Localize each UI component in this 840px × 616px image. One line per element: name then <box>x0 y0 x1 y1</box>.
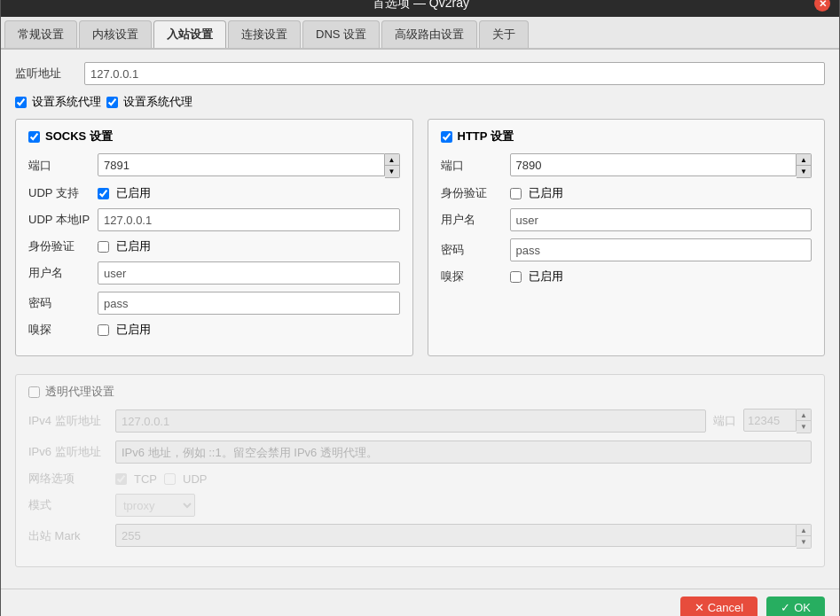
socks-port-row: 端口 ▲ ▼ <box>28 153 400 178</box>
socks-port-label: 端口 <box>28 158 90 174</box>
http-title: HTTP 设置 <box>441 129 813 144</box>
socks-auth-label: 身份验证 <box>28 238 90 254</box>
http-sniff-checkbox[interactable] <box>510 271 522 283</box>
ok-icon: ✓ <box>781 601 790 614</box>
socks-port-down[interactable]: ▼ <box>385 166 399 177</box>
transparent-port-label: 端口 <box>713 413 736 429</box>
system-proxy-checkbox2[interactable] <box>106 97 118 108</box>
http-password-label: 密码 <box>441 242 503 258</box>
http-port-spinner-btns: ▲ ▼ <box>797 153 812 178</box>
socks-auth-row: 身份验证 已启用 <box>28 238 400 254</box>
http-port-label: 端口 <box>441 158 503 174</box>
socks-udp-label: UDP 支持 <box>28 185 90 201</box>
socks-port-up[interactable]: ▲ <box>385 154 399 166</box>
http-auth-row: 身份验证 已启用 <box>441 185 813 201</box>
http-port-row: 端口 ▲ ▼ <box>441 153 813 178</box>
listen-address-row: 监听地址 <box>15 62 825 85</box>
socks-auth-checkbox[interactable] <box>98 241 109 253</box>
transparent-outbound-down[interactable]: ▼ <box>797 536 811 548</box>
socks-section: SOCKS 设置 端口 ▲ ▼ UDP 支持 <box>15 119 413 356</box>
http-password-input[interactable] <box>510 238 813 261</box>
socks-udp-status: 已启用 <box>116 185 151 201</box>
socks-sniff-checkbox[interactable] <box>98 324 109 336</box>
transparent-ipv6-row: IPv6 监听地址 <box>28 441 812 464</box>
transparent-port-spinner: ▲ ▼ <box>743 409 812 433</box>
listen-address-label: 监听地址 <box>15 66 77 82</box>
main-window: 首选项 — Qv2ray ✕ 常规设置 内核设置 入站设置 连接设置 DNS 设… <box>0 0 840 616</box>
socks-port-spinner: ▲ ▼ <box>98 153 400 178</box>
socks-username-label: 用户名 <box>28 265 90 281</box>
listen-address-input[interactable] <box>84 62 825 85</box>
socks-udp-ip-row: UDP 本地IP <box>28 208 400 231</box>
system-proxy-row: 设置系统代理 设置系统代理 <box>15 94 825 110</box>
tab-dns[interactable]: DNS 设置 <box>302 20 380 48</box>
http-enabled-checkbox[interactable] <box>441 131 452 143</box>
transparent-outbound-input[interactable] <box>115 524 797 547</box>
transparent-port-spinner-btns: ▲ ▼ <box>797 409 812 433</box>
http-port-spinner: ▲ ▼ <box>510 153 813 178</box>
http-username-row: 用户名 <box>441 208 813 231</box>
transparent-label: 透明代理设置 <box>45 384 114 400</box>
transparent-port-up[interactable]: ▲ <box>797 409 811 421</box>
transparent-mode-select[interactable]: tproxy <box>115 494 195 517</box>
tab-advanced-routing[interactable]: 高级路由设置 <box>381 20 477 48</box>
bottom-bar: ✕ Cancel ✓ OK <box>1 589 839 616</box>
socks-password-input[interactable] <box>98 292 400 315</box>
main-content: 监听地址 设置系统代理 设置系统代理 SOCKS 设置 端口 <box>1 50 839 589</box>
socks-udp-ip-input[interactable] <box>98 208 400 231</box>
close-button[interactable]: ✕ <box>814 0 830 12</box>
transparent-tcp-checkbox[interactable] <box>115 473 127 485</box>
system-proxy-checkbox[interactable] <box>15 97 27 108</box>
cancel-icon: ✕ <box>695 601 704 614</box>
ok-label: OK <box>794 601 811 614</box>
http-sniff-row: 嗅探 已启用 <box>441 269 813 285</box>
http-port-input[interactable] <box>510 153 797 176</box>
tab-bar: 常规设置 内核设置 入站设置 连接设置 DNS 设置 高级路由设置 关于 <box>1 17 839 50</box>
http-port-up[interactable]: ▲ <box>797 154 811 166</box>
http-auth-status: 已启用 <box>529 185 563 201</box>
transparent-port-down[interactable]: ▼ <box>797 421 811 433</box>
transparent-outbound-spinner: ▲ ▼ <box>115 524 812 549</box>
socks-password-row: 密码 <box>28 292 400 315</box>
socks-title: SOCKS 设置 <box>28 129 400 144</box>
transparent-mode-label: 模式 <box>28 497 108 513</box>
http-section: HTTP 设置 端口 ▲ ▼ 身份验证 <box>428 119 826 356</box>
transparent-section: 透明代理设置 IPv4 监听地址 端口 ▲ ▼ IPv6 监听地址 <box>15 374 825 567</box>
transparent-enabled-checkbox[interactable] <box>28 386 40 398</box>
window-title: 首选项 — Qv2ray <box>27 0 814 12</box>
transparent-ipv6-input[interactable] <box>115 441 812 464</box>
transparent-outbound-spinner-btns: ▲ ▼ <box>797 524 812 549</box>
http-auth-label: 身份验证 <box>441 185 503 201</box>
transparent-udp-label: UDP <box>183 472 207 486</box>
socks-label: SOCKS 设置 <box>45 129 113 144</box>
ok-button[interactable]: ✓ OK <box>766 597 825 616</box>
tab-kernel[interactable]: 内核设置 <box>79 20 152 48</box>
http-auth-checkbox[interactable] <box>510 188 522 199</box>
http-sniff-label: 嗅探 <box>441 269 503 285</box>
socks-username-input[interactable] <box>98 261 400 285</box>
http-label: HTTP 设置 <box>458 129 514 144</box>
transparent-port-input[interactable] <box>743 409 797 432</box>
http-username-input[interactable] <box>510 208 813 231</box>
system-proxy-label: 设置系统代理 <box>32 94 101 110</box>
socks-enabled-checkbox[interactable] <box>28 131 40 143</box>
transparent-outbound-label: 出站 Mark <box>28 528 108 544</box>
tab-connection[interactable]: 连接设置 <box>228 20 301 48</box>
http-port-down[interactable]: ▼ <box>797 166 811 177</box>
socks-sniff-label: 嗅探 <box>28 322 90 338</box>
socks-udp-ip-label: UDP 本地IP <box>28 212 90 228</box>
socks-port-spinner-btns: ▲ ▼ <box>385 153 400 178</box>
tab-inbound[interactable]: 入站设置 <box>153 20 226 48</box>
tab-about[interactable]: 关于 <box>479 20 529 48</box>
transparent-udp-checkbox[interactable] <box>164 473 176 485</box>
socks-port-input[interactable] <box>98 153 385 176</box>
transparent-ipv4-input[interactable] <box>115 409 706 433</box>
socks-udp-checkbox[interactable] <box>98 188 109 199</box>
tab-general[interactable]: 常规设置 <box>4 20 77 48</box>
transparent-ipv4-row: IPv4 监听地址 端口 ▲ ▼ <box>28 409 812 433</box>
transparent-outbound-row: 出站 Mark ▲ ▼ <box>28 524 812 549</box>
transparent-ipv4-label: IPv4 监听地址 <box>28 413 108 429</box>
transparent-outbound-up[interactable]: ▲ <box>797 525 811 536</box>
cancel-button[interactable]: ✕ Cancel <box>680 597 758 616</box>
transparent-network-label: 网络选项 <box>28 471 108 487</box>
